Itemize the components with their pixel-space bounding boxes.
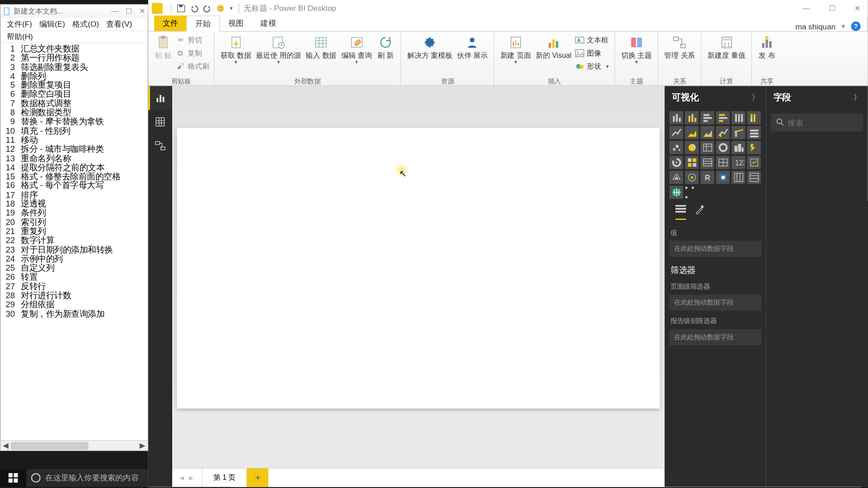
fields-header[interactable]: 字段 〉	[766, 86, 868, 108]
viz-type-19[interactable]	[685, 156, 698, 169]
report-view-button[interactable]	[148, 86, 172, 110]
minimize-icon[interactable]: —	[799, 4, 814, 13]
viz-type-0[interactable]	[670, 111, 683, 124]
viz-type-9[interactable]	[716, 126, 730, 139]
viz-type-22[interactable]: 123	[731, 156, 745, 169]
qat-dropdown-icon[interactable]: ▼	[229, 6, 233, 11]
enter-data-button[interactable]: 输入 数据	[303, 33, 339, 76]
viz-type-17[interactable]	[747, 141, 761, 154]
maximize-icon[interactable]: ☐	[826, 4, 839, 13]
viz-type-28[interactable]	[731, 171, 745, 184]
viz-type-20[interactable]	[700, 156, 714, 169]
save-icon[interactable]	[176, 4, 186, 13]
viz-type-11[interactable]	[747, 126, 761, 139]
viz-type-26[interactable]: R	[700, 171, 714, 184]
start-button[interactable]	[0, 469, 26, 487]
shapes-button[interactable]: 形状▼	[575, 61, 610, 72]
help-icon[interactable]: ?	[851, 22, 861, 31]
fields-search[interactable]	[771, 113, 863, 131]
menu-edit[interactable]: 编辑(E)	[37, 18, 67, 31]
tab-home[interactable]: 开始	[186, 15, 220, 32]
menu-file[interactable]: 文件(F)	[4, 18, 34, 31]
fields-search-input[interactable]	[788, 118, 868, 127]
maximize-icon[interactable]: ☐	[126, 7, 132, 16]
model-view-button[interactable]	[148, 134, 172, 158]
viz-type-13[interactable]	[685, 141, 698, 154]
scroll-thumb[interactable]	[11, 442, 89, 450]
publish-button[interactable]: 发 布	[755, 33, 778, 76]
viz-type-25[interactable]	[685, 171, 698, 184]
notepad-titlebar[interactable]: 新建文本文档... — ☐ ✕	[0, 5, 147, 18]
report-filter-dropzone[interactable]: 在此处拖动数据字段	[670, 329, 762, 345]
refresh-button[interactable]: 刷 新	[374, 33, 397, 76]
new-visual-button[interactable]: 新的 Visual	[533, 33, 574, 76]
report-page-canvas[interactable]	[177, 128, 660, 408]
redo-icon[interactable]	[203, 4, 212, 13]
taskbar-search[interactable]: 在这里输入你要搜索的内容	[26, 469, 148, 487]
viz-type-21[interactable]	[716, 156, 730, 169]
tab-model[interactable]: 建模	[252, 15, 284, 31]
viz-type-16[interactable]	[731, 141, 745, 154]
data-view-button[interactable]	[148, 110, 172, 134]
values-dropzone[interactable]: 在此处拖动数据字段	[670, 241, 762, 257]
close-icon[interactable]: ✕	[139, 7, 145, 16]
viz-type-3[interactable]	[716, 111, 730, 124]
visualizations-header[interactable]: 可视化 〉	[665, 86, 766, 108]
minimize-icon[interactable]: —	[111, 7, 118, 16]
canvas-background[interactable]: ↖	[172, 86, 665, 468]
viz-type-10[interactable]	[731, 126, 745, 139]
tab-view[interactable]: 视图	[220, 15, 252, 31]
viz-import-custom[interactable]	[670, 186, 683, 199]
tab-file[interactable]: 文件	[154, 15, 186, 31]
viz-type-6[interactable]	[670, 126, 683, 139]
get-data-button[interactable]: 获取 数据▼	[218, 33, 254, 76]
new-page-button[interactable]: 新建 页面▼	[498, 33, 533, 76]
viz-type-23[interactable]	[747, 156, 761, 169]
recent-sources-button[interactable]: 最近使 用的源▼	[254, 33, 303, 76]
viz-type-24[interactable]	[670, 171, 683, 184]
page-prev-icon[interactable]: ◄	[177, 474, 186, 482]
viz-type-7[interactable]	[685, 126, 698, 139]
viz-type-15[interactable]	[716, 141, 730, 154]
viz-type-8[interactable]	[700, 126, 714, 139]
textbox-button[interactable]: A文本框	[575, 34, 610, 46]
new-measure-button[interactable]: 新建度 量值	[705, 33, 748, 76]
viz-type-12[interactable]	[670, 141, 683, 154]
menu-view[interactable]: 查看(V)	[104, 18, 135, 31]
viz-type-29[interactable]	[747, 171, 761, 184]
manage-relationships-button[interactable]: 管理 关系	[662, 33, 697, 76]
viz-type-14[interactable]	[700, 141, 714, 154]
notepad-text[interactable]: 汇总文件夹数据第一行用作标题筛选剔除重复表头删除列删除重复项目删除空白项目数据格…	[17, 43, 147, 440]
format-tab-icon[interactable]	[694, 205, 704, 220]
close-icon[interactable]: ✕	[851, 4, 864, 13]
menu-format[interactable]: 格式(O)	[70, 18, 102, 31]
user-name[interactable]: ma shiquan	[795, 22, 835, 31]
viz-type-5[interactable]	[747, 111, 761, 124]
viz-type-4[interactable]	[731, 111, 745, 124]
edit-queries-button[interactable]: 编辑 查询▼	[339, 33, 374, 76]
image-button[interactable]: 图像	[575, 47, 610, 59]
fields-tab-icon[interactable]	[675, 205, 686, 220]
undo-icon[interactable]	[189, 4, 199, 13]
page-tab-1[interactable]: 第 1 页	[202, 468, 247, 487]
partner-showcase-button[interactable]: 伙伴 展示	[455, 33, 490, 76]
powerbi-titlebar[interactable]: ▼ 无标题 - Power BI Desktop — ☐ ✕	[148, 0, 868, 17]
page-filter-dropzone[interactable]: 在此处拖动数据字段	[670, 295, 762, 311]
add-page-button[interactable]: ＋	[247, 468, 269, 487]
viz-type-1[interactable]	[685, 111, 698, 124]
chevron-down-icon[interactable]: ▼	[840, 23, 846, 30]
viz-type-27[interactable]	[716, 171, 730, 184]
page-next-icon[interactable]: ►	[186, 474, 196, 482]
menu-help[interactable]: 帮助(H)	[4, 30, 35, 43]
viz-type-18[interactable]	[670, 156, 683, 169]
viz-type-2[interactable]	[700, 111, 714, 124]
smiley-icon[interactable]	[216, 4, 225, 13]
scroll-right-icon[interactable]: ►	[137, 441, 147, 450]
scroll-track[interactable]	[11, 441, 137, 450]
switch-theme-button[interactable]: 切换 主题▼	[618, 33, 654, 76]
svg-rect-71	[741, 114, 743, 122]
solution-template-button[interactable]: 解决方 案模板	[405, 33, 454, 76]
notepad-hscrollbar[interactable]: ◄ ►	[0, 440, 147, 450]
scroll-left-icon[interactable]: ◄	[0, 441, 10, 450]
viz-more-icon[interactable]: • • •	[685, 186, 698, 199]
